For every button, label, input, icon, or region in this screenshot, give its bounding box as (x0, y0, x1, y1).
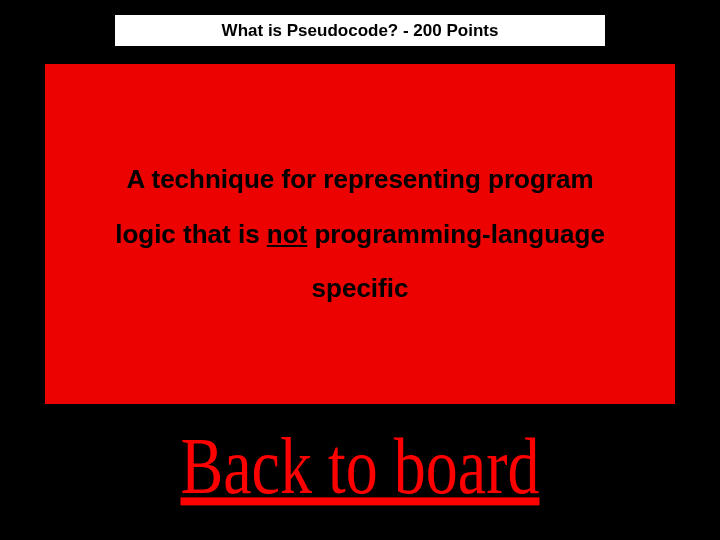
back-to-board-icon: Back to board (150, 435, 570, 515)
answer-part2: programming-language specific (307, 219, 605, 304)
question-title-box: What is Pseudocode? - 200 Points (113, 13, 607, 48)
question-title: What is Pseudocode? - 200 Points (222, 21, 499, 41)
answer-underlined: not (267, 219, 307, 249)
back-to-board-link[interactable]: Back to board (0, 435, 720, 519)
answer-panel: A technique for representing program log… (45, 64, 675, 404)
back-to-board-text: Back to board (181, 435, 540, 511)
answer-text: A technique for representing program log… (95, 152, 625, 316)
